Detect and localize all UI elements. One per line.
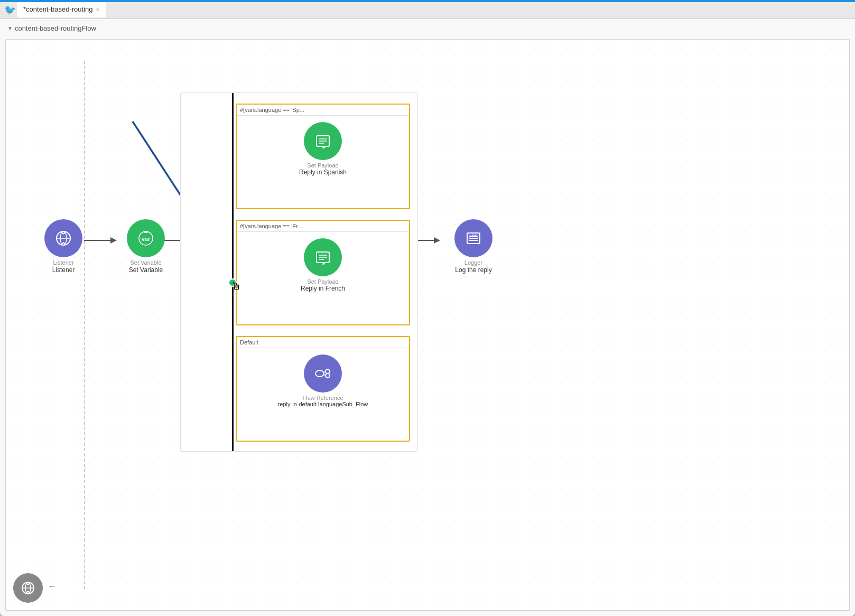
set-payload-french-circle[interactable] xyxy=(304,238,342,276)
flow-ref-circle[interactable] xyxy=(304,354,342,393)
bottom-globe-button[interactable] xyxy=(13,573,43,603)
logger-node[interactable]: LOG Logger Log the reply xyxy=(450,219,497,274)
logger-name-label: Log the reply xyxy=(455,266,491,274)
flow-canvas: Listener Listener var Set Variable Set V… xyxy=(5,39,850,611)
app-window: 🐦 *content-based-routing × ▼ content-bas… xyxy=(0,0,855,616)
blue-accent-bar xyxy=(0,0,855,2)
tab-label: *content-based-routing xyxy=(23,5,93,13)
canvas-container: ▼ content-based-routingFlow xyxy=(0,19,855,616)
set-payload-spanish-circle[interactable] xyxy=(304,122,342,160)
svg-line-20 xyxy=(63,232,66,234)
set-variable-type-label: Set Variable xyxy=(130,259,161,266)
set-payload-french-name: Reply in French xyxy=(301,285,345,292)
set-payload-spanish-icon xyxy=(313,132,332,151)
dashed-guideline xyxy=(84,61,85,589)
set-variable-node[interactable]: var Set Variable Set Variable xyxy=(122,219,170,274)
scroll-arrow[interactable]: ← xyxy=(48,582,57,591)
set-variable-circle: var xyxy=(127,219,165,257)
choice-container-box: #[vars.language == 'Sp... Set Payloa xyxy=(180,92,418,452)
connectors-svg xyxy=(6,40,849,610)
svg-point-42 xyxy=(326,374,330,378)
default-route-box[interactable]: Default Flow Reference r xyxy=(236,336,410,442)
flow-header: ▼ content-based-routingFlow xyxy=(7,24,96,32)
choice-divider xyxy=(232,93,234,451)
svg-point-41 xyxy=(326,369,330,374)
listener-name-label: Listener xyxy=(52,266,75,274)
svg-marker-1 xyxy=(110,237,117,244)
set-payload-spanish-type: Set Payload xyxy=(307,162,338,169)
flow-title: content-based-routingFlow xyxy=(15,24,96,32)
french-condition-label: #[vars.language == 'Fr... xyxy=(237,221,409,232)
collapse-triangle[interactable]: ▼ xyxy=(7,25,13,31)
svg-rect-40 xyxy=(315,370,324,377)
set-payload-french-icon xyxy=(313,248,332,267)
logger-circle: LOG xyxy=(454,219,492,257)
spanish-route-box[interactable]: #[vars.language == 'Sp... Set Payloa xyxy=(236,104,410,209)
set-payload-spanish-name: Reply in Spanish xyxy=(299,169,347,176)
svg-text:LOG: LOG xyxy=(469,234,478,238)
french-route-box[interactable]: #[vars.language == 'Fr... Set Payloa xyxy=(236,220,410,325)
set-payload-french-type: Set Payload xyxy=(307,278,338,285)
svg-marker-11 xyxy=(434,237,440,244)
flow-ref-icon xyxy=(313,364,332,383)
listener-type-label: Listener xyxy=(53,259,73,266)
tab-bar: 🐦 *content-based-routing × xyxy=(0,0,855,19)
set-variable-icon: var xyxy=(136,229,155,248)
spanish-condition-label: #[vars.language == 'Sp... xyxy=(237,105,409,116)
logger-icon: LOG xyxy=(464,229,483,248)
listener-node[interactable]: Listener Listener xyxy=(40,219,87,274)
tab-content-based-routing[interactable]: *content-based-routing × xyxy=(17,2,106,17)
default-label: Default xyxy=(237,337,409,348)
logger-type-label: Logger xyxy=(464,259,482,266)
flow-ref-type: Flow Reference xyxy=(302,395,343,401)
globe-bottom-icon xyxy=(20,580,36,596)
app-logo-icon: 🐦 xyxy=(4,4,15,15)
listener-circle xyxy=(44,219,82,257)
listener-icon xyxy=(54,229,73,248)
set-variable-name-label: Set Variable xyxy=(129,266,163,274)
svg-text:var: var xyxy=(142,236,151,242)
svg-line-18 xyxy=(63,242,66,245)
tab-close-icon[interactable]: × xyxy=(96,6,99,13)
cursor-icon: 🖱 xyxy=(231,281,244,293)
flow-ref-name: reply-in-default-languageSub_Flow xyxy=(274,401,373,407)
